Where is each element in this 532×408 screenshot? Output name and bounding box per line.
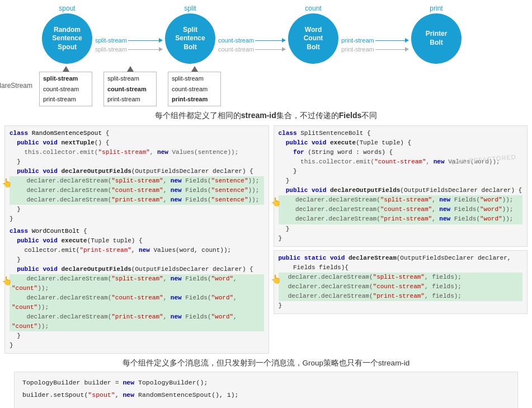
hand-icon-refactor: 👆: [271, 274, 281, 287]
code-refactor-hl-2: declarer.declareStream("count-stream", f…: [279, 282, 523, 292]
box-split: split-stream count-stream print-stream: [103, 66, 157, 106]
code-right-line-1: class SplitSentenceBolt {: [279, 129, 523, 138]
box-spout-line1: split-stream: [43, 73, 88, 84]
code-right-hl-3: declarer.declareStream("print-stream", n…: [279, 214, 523, 224]
code-right-line-3: for (String word : words) {: [279, 148, 523, 157]
code-left-hl-2: declarer.declareStream("count-stream", n…: [10, 186, 264, 195]
bottom-code-line-3: builder.setBolt("split", new SplitSenten…: [22, 405, 510, 408]
diagram-caption: 每个组件都定义了相同的stream-id集合，不过传递的Fields不同: [8, 111, 524, 121]
code-panel-right-top: class SplitSentenceBolt { public void ex…: [274, 125, 528, 247]
code-left-line-10: class WordCountBolt {: [10, 227, 264, 236]
code-left-line-12: collector.emit("print-stream", new Value…: [10, 246, 264, 255]
code-left-line-11: public void execute(Tuple tuple) {: [10, 236, 264, 246]
code-refactor-line-1: public static void declareStream(OutputF…: [279, 254, 523, 263]
code-left-hl-1: declarer.declareStream("split-stream", n…: [10, 176, 264, 186]
code-right-line-6: }: [279, 176, 523, 186]
bottom-code-panel: TopologyBuilder builder = new TopologyBu…: [14, 372, 518, 408]
code-left-hl-3: declarer.declareStream("print-stream", n…: [10, 195, 264, 205]
bottom-code-line-2: builder.setSpout("spout", new RandomSent…: [22, 389, 510, 401]
count-label: count: [305, 4, 321, 12]
split-label: split: [184, 4, 196, 12]
box-split-line2: count-stream: [107, 84, 153, 95]
arrow1-label-bot: split-stream: [95, 46, 127, 53]
bottom-caption: 每个组件定义多个消息流，但只发射到一个消息流，Group策略也只有一个strea…: [0, 358, 532, 368]
code-left-line-8: }: [10, 205, 264, 214]
arrow3-label-bot: print-stream: [341, 46, 374, 53]
code-left-line-14: public void declareOutputFields(OutputFi…: [10, 265, 264, 274]
arrow3-label-top: print-stream: [341, 37, 374, 44]
code-left-hl-group2: 👆 declarer.declareStream("split-stream",…: [10, 274, 264, 331]
box-count-line1: split-stream: [172, 73, 217, 84]
count-node: count WordCountBolt: [285, 4, 341, 64]
arrow-1: split-stream split-stream: [95, 37, 162, 53]
split-circle: SplitSentenceBolt: [165, 13, 215, 64]
box-split-line1: split-stream: [107, 73, 153, 84]
code-left-line-3: this.collector.emit("split-stream", new …: [10, 148, 264, 157]
code-panel-left: class RandomSentenceSpout { public void …: [4, 125, 269, 354]
box-spout-line3: print-stream: [43, 94, 88, 105]
box-spout: split-stream count-stream print-stream: [39, 66, 92, 106]
diagram-area: spout RandomSentenceSpout split-stream s…: [0, 0, 532, 125]
arrow2-label-bot: count-stream: [218, 46, 254, 53]
code-left-line-2: public void nextTuple() {: [10, 138, 264, 148]
bottom-code-line-1: TopologyBuilder builder = new TopologyBu…: [22, 377, 510, 389]
count-circle: WordCountBolt: [288, 13, 338, 64]
arrow1-label-top: split-stream: [95, 37, 127, 44]
code-refactor-hl-3: declarer.declareStream("print-stream", f…: [279, 292, 523, 301]
hand-icon-left: 👆: [2, 177, 12, 190]
arrow-3: print-stream print-stream: [341, 37, 408, 53]
code-right-line-10: }: [279, 224, 523, 234]
code-refactor-line-2: Fields fields){: [279, 263, 523, 273]
spout-circle: RandomSentenceSpout: [42, 13, 92, 64]
code-right-hl-1: declarer.declareStream("split-stream", n…: [279, 195, 523, 205]
spout-label: spout: [59, 4, 75, 12]
split-node: split SplitSentenceBolt: [162, 4, 218, 64]
code-section: class RandomSentenceSpout { public void …: [0, 125, 532, 354]
box-split-line3: print-stream: [107, 94, 153, 105]
code-right-line-7: public void declareOutputFields(OutputFi…: [279, 186, 523, 195]
spout-node: spout RandomSentenceSpout: [39, 4, 95, 64]
printer-node: print PrinterBolt: [408, 4, 464, 64]
code-right-hl-group: 👆 declarer.declareStream("split-stream",…: [279, 195, 523, 224]
declare-stream-label: declareStream: [0, 82, 32, 90]
code-left-line-17: }: [10, 331, 264, 341]
box-spout-line2: count-stream: [43, 84, 88, 95]
code-right-line-4: this.collector.emit("count-stream", new …: [279, 157, 523, 167]
code-left-line-4: }: [10, 157, 264, 167]
hand-icon-left-2: 👆: [2, 275, 12, 288]
code-left-line-5: public void declareOutputFields(OutputFi…: [10, 167, 264, 176]
code-left-line-9: }: [10, 214, 264, 224]
code-left-hl-group: 👆 declarer.declareStream("split-stream",…: [10, 176, 264, 205]
code-left-hl-4: declarer.declareStream("split-stream", n…: [10, 274, 264, 293]
box-count-line3: print-stream: [172, 94, 217, 105]
code-left-line-18: }: [10, 341, 264, 350]
code-refactor-close: }: [279, 301, 523, 311]
code-refactor-hl-group: 👆 declarer.declareStream("split-stream",…: [279, 273, 523, 301]
box-count-line2: count-stream: [172, 84, 217, 95]
hand-icon-right: 👆: [271, 196, 281, 209]
code-left-hl-6: declarer.declareStream("print-stream", n…: [10, 312, 264, 331]
code-right-line-2: public void execute(Tuple tuple) {: [279, 138, 523, 148]
code-right-hl-2: declarer.declareStream("count-stream", n…: [279, 205, 523, 214]
arrow-2: count-stream count-stream: [218, 37, 285, 53]
stream-boxes-row: declareStream split-stream count-stream …: [8, 66, 524, 106]
code-left-line-1: class RandomSentenceSpout {: [10, 129, 264, 138]
code-panel-right-wrapper: class SplitSentenceBolt { public void ex…: [274, 125, 528, 354]
code-right-line-5: }: [279, 167, 523, 176]
printer-circle: PrinterBolt: [411, 13, 462, 64]
printer-label: print: [430, 4, 442, 12]
box-count: split-stream count-stream print-stream: [168, 66, 221, 106]
code-left-hl-5: declarer.declareStream("count-stream", n…: [10, 293, 264, 312]
code-refactor-hl-1: declarer.declareStream("split-stream", f…: [279, 273, 523, 282]
arrow2-label-top: count-stream: [218, 37, 254, 44]
code-right-line-11: }: [279, 234, 523, 243]
code-panel-right-bottom: public static void declareStream(OutputF…: [274, 250, 528, 314]
code-left-line-13: }: [10, 255, 264, 265]
